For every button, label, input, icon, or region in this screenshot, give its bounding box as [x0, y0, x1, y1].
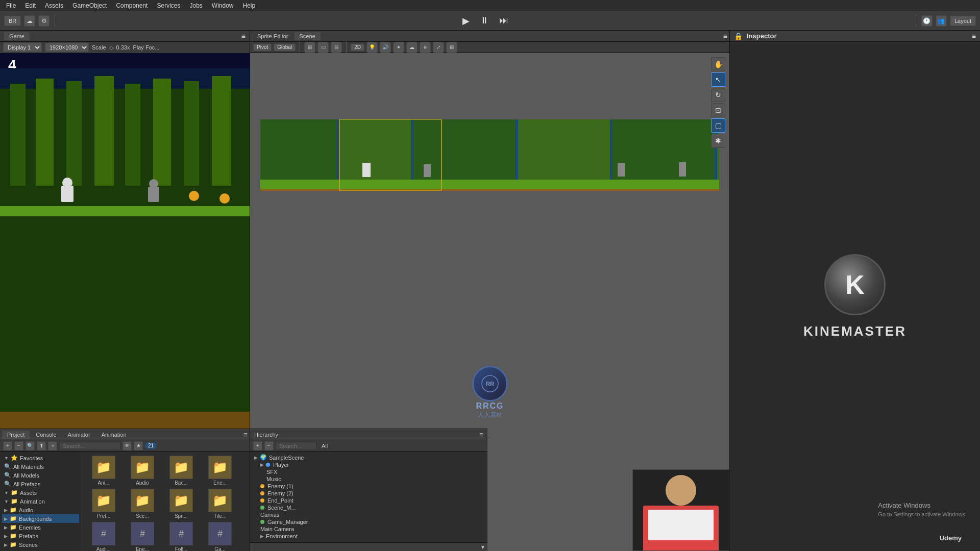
hier-player[interactable]: ▶ Player	[252, 461, 485, 468]
eye-icon[interactable]: 👁	[122, 441, 132, 450]
sprite-editor-tab[interactable]: Sprite Editor	[252, 32, 293, 40]
list-item[interactable]: # Ga...	[202, 522, 238, 551]
mode-2d-button[interactable]: 2D	[351, 43, 364, 51]
list-item[interactable]: 📁 Ene...	[202, 456, 238, 486]
star-icon[interactable]: ★	[134, 441, 143, 450]
grid-icon[interactable]: #	[420, 42, 431, 53]
prefabs-folder[interactable]: ▶ 📁 Prefabs	[2, 532, 79, 540]
rect-transform-btn[interactable]: ▢	[711, 118, 725, 133]
import-icon[interactable]: ⬆	[37, 441, 46, 450]
animator-tab[interactable]: Animator	[63, 431, 95, 439]
menu-file[interactable]: File	[2, 1, 20, 10]
hierarchy-menu[interactable]: ≡	[479, 431, 483, 439]
minus-hierarchy-btn[interactable]: −	[264, 441, 274, 450]
scenes-folder[interactable]: ▶ 📁 Scenes	[2, 540, 79, 549]
add-project-btn[interactable]: +	[3, 441, 12, 450]
pivot-button[interactable]: Pivot	[253, 43, 272, 51]
history-button[interactable]: 🕐	[921, 15, 933, 27]
project-tab[interactable]: Project	[2, 431, 30, 439]
list-item[interactable]: 📁 Bac...	[163, 456, 199, 486]
console-tab[interactable]: Console	[31, 431, 61, 439]
all-models-item[interactable]: 🔍 All Models	[2, 471, 79, 480]
game-display-select[interactable]: Display 1	[3, 43, 42, 52]
hier-music[interactable]: Music	[252, 475, 485, 483]
list-item[interactable]: 📁 Audio	[125, 456, 160, 486]
menu-edit[interactable]: Edit	[21, 1, 40, 10]
hier-sample-scene[interactable]: ▶ 🌍 SampleScene	[252, 454, 485, 461]
animation-folder[interactable]: ▼ 📁 Animation	[2, 497, 79, 506]
align-icon[interactable]: ⊟	[331, 42, 342, 53]
settings-button[interactable]: ⚙	[38, 15, 50, 27]
hier-end-point[interactable]: End_Point	[252, 497, 485, 504]
scene-tab[interactable]: Scene	[295, 32, 321, 40]
game-tab-label[interactable]: Game	[4, 32, 30, 40]
menu-help[interactable]: Help	[239, 1, 260, 10]
minus-project-btn[interactable]: −	[14, 441, 23, 450]
folder-thumb-pref: 📁	[92, 489, 115, 512]
account-button[interactable]: BR	[4, 16, 21, 26]
cloud-button[interactable]: ☁	[24, 15, 35, 27]
animation-tab[interactable]: Animation	[96, 431, 132, 439]
enemies-folder[interactable]: ▶ 📁 Enemies	[2, 523, 79, 532]
select-tool-btn[interactable]: ↖	[711, 72, 725, 87]
hier-enemy2[interactable]: Enemy (2)	[252, 490, 485, 497]
list-item[interactable]: 📁 Spri...	[163, 489, 199, 519]
menu-jobs[interactable]: Jobs	[185, 1, 206, 10]
project-search-input[interactable]	[59, 442, 120, 450]
menu-services[interactable]: Services	[153, 1, 184, 10]
hier-game-manager[interactable]: Game_Manager	[252, 518, 485, 525]
all-materials-item[interactable]: 🔍 All Materials	[2, 462, 79, 471]
backgrounds-folder[interactable]: ▶ 📁 Backgrounds	[2, 514, 79, 523]
play-button[interactable]: ▶	[459, 14, 473, 28]
light-icon[interactable]: 💡	[366, 42, 378, 53]
list-item[interactable]: 📁 Ani...	[86, 456, 121, 486]
layers-icon[interactable]: ⊞	[446, 42, 457, 53]
environment-label: Environment	[266, 533, 298, 539]
hier-main-camera[interactable]: Main Camera	[252, 525, 485, 533]
grid-view-icon[interactable]: ⊞	[304, 42, 315, 53]
hier-scene-m[interactable]: Scene_M...	[252, 504, 485, 511]
list-item[interactable]: 📁 Pref...	[86, 489, 121, 519]
list-item[interactable]: 📁 Sce...	[125, 489, 160, 519]
filter-icon[interactable]: ▿	[48, 441, 57, 450]
scene-tab-menu[interactable]: ≡	[723, 32, 727, 40]
menu-assets[interactable]: Assets	[41, 1, 67, 10]
list-item[interactable]: # Foll...	[163, 522, 199, 551]
assets-arrow[interactable]: ▼	[4, 490, 9, 495]
list-item[interactable]: 📁 Tile...	[202, 489, 238, 519]
layout-button[interactable]: Layout	[950, 16, 976, 26]
game-tab-menu[interactable]: ≡	[241, 32, 246, 40]
expand-icon[interactable]: ⤢	[433, 42, 444, 53]
hand-tool-btn[interactable]: ✋	[711, 57, 725, 71]
collab-button[interactable]: 👥	[936, 15, 947, 27]
pause-button[interactable]: ⏸	[477, 14, 492, 28]
inspector-menu[interactable]: ≡	[972, 32, 976, 40]
scale-tool-btn[interactable]: ⊡	[711, 103, 725, 117]
menu-component[interactable]: Component	[112, 1, 152, 10]
custom-tool-btn[interactable]: ✱	[711, 134, 725, 148]
step-button[interactable]: ⏭	[496, 14, 511, 28]
favorites-arrow[interactable]: ▼	[4, 456, 9, 461]
project-menu[interactable]: ≡	[243, 431, 248, 439]
add-hierarchy-btn[interactable]: +	[253, 441, 262, 450]
game-resolution-select[interactable]: 980×551	[45, 43, 89, 52]
scroll-down-icon[interactable]: ▼	[480, 544, 485, 550]
menu-window[interactable]: Window	[208, 1, 238, 10]
sky-icon[interactable]: ☁	[406, 42, 418, 53]
hier-enemy1[interactable]: Enemy (1)	[252, 483, 485, 490]
search-project-icon[interactable]: 🔍	[26, 441, 35, 450]
rect-tool-icon[interactable]: ▭	[317, 42, 329, 53]
menu-gameobject[interactable]: GameObject	[68, 1, 111, 10]
hier-environment[interactable]: ▶ Environment	[252, 533, 485, 540]
all-prefabs-item[interactable]: 🔍 All Prefabs	[2, 480, 79, 488]
hier-canvas[interactable]: Canvas	[252, 511, 485, 518]
list-item[interactable]: # Audi...	[86, 522, 121, 551]
rotate-tool-btn[interactable]: ↻	[711, 88, 725, 102]
global-button[interactable]: Global	[274, 43, 296, 51]
list-item[interactable]: # Ene...	[125, 522, 160, 551]
hierarchy-search-input[interactable]	[276, 442, 316, 450]
sound-icon[interactable]: 🔊	[380, 42, 391, 53]
audio-folder[interactable]: ▶ 📁 Audio	[2, 506, 79, 514]
hier-sfx[interactable]: SFX	[252, 468, 485, 475]
fx-icon[interactable]: ✦	[393, 42, 404, 53]
